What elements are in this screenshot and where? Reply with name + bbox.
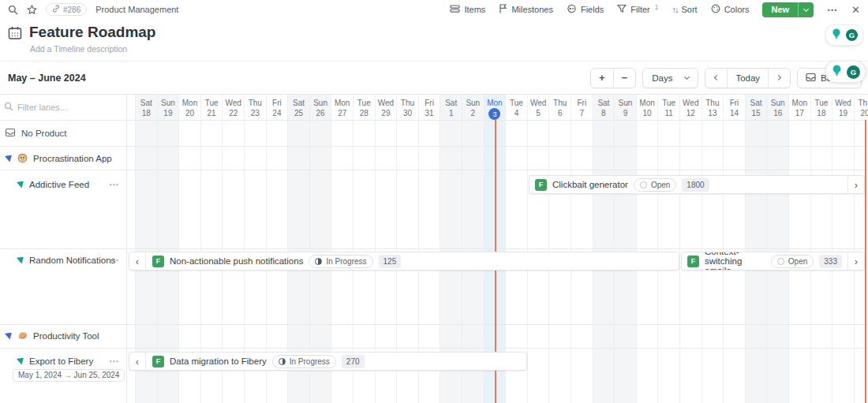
effort-badge: 1800 bbox=[682, 178, 709, 192]
bar-title: Clickbait generator bbox=[552, 180, 628, 189]
chevron-left-icon bbox=[714, 75, 720, 80]
lightbulb-icon[interactable] bbox=[831, 28, 842, 43]
prev-period-button[interactable] bbox=[705, 69, 727, 88]
timeline-controls-bar: May – June 2024 + − Days Today bbox=[0, 62, 868, 95]
workspace-name[interactable]: Product Management bbox=[95, 5, 178, 14]
zoom-group: + − bbox=[590, 68, 636, 88]
grammarly-icon[interactable]: G bbox=[846, 29, 858, 41]
scale-select-value: Days bbox=[652, 73, 672, 83]
link-icon bbox=[52, 5, 60, 14]
status-pill[interactable]: Open bbox=[771, 255, 814, 268]
today-button[interactable]: Today bbox=[727, 69, 768, 88]
flag-icon bbox=[499, 4, 507, 15]
filter-button[interactable]: Filter 1 bbox=[617, 4, 658, 15]
bars-layer: FClickbait generatorOpen1800›‹FNon-actio… bbox=[0, 95, 868, 403]
search-icon[interactable] bbox=[8, 5, 18, 15]
filter-icon bbox=[617, 4, 627, 15]
timeline-bar-context-switching-emails[interactable]: FContext-switching emailsOpen333› bbox=[681, 252, 865, 271]
bar-title: Non-actionable push notifications bbox=[170, 256, 303, 266]
feature-type-icon: F bbox=[687, 256, 699, 267]
bar-title: Context-switching emails bbox=[705, 252, 765, 271]
status-icon bbox=[315, 258, 322, 265]
items-icon bbox=[450, 4, 460, 15]
timeline-board: Sat18Sun19Mon20Tue21Wed22Thu23Fri24Sat25… bbox=[0, 95, 868, 403]
colors-button[interactable]: Colors bbox=[711, 4, 750, 15]
palette-icon bbox=[711, 4, 720, 15]
ref-number: #286 bbox=[63, 6, 80, 14]
bar-scroll-left-icon[interactable]: ‹ bbox=[129, 252, 146, 270]
filter-count-badge: 1 bbox=[655, 3, 659, 11]
title-bar: Feature Roadmap Add a Timeline descripti… bbox=[0, 19, 868, 62]
items-button[interactable]: Items bbox=[450, 4, 485, 15]
new-button-label[interactable]: New bbox=[762, 2, 798, 17]
assistant-floating-widget[interactable]: G bbox=[825, 61, 866, 83]
page-description-placeholder[interactable]: Add a Timeline description bbox=[30, 44, 127, 54]
timeline-bar-clickbait-generator[interactable]: FClickbait generatorOpen1800› bbox=[529, 175, 865, 194]
feature-type-icon: F bbox=[152, 356, 164, 368]
grammarly-icon: G bbox=[847, 65, 860, 79]
status-icon bbox=[777, 258, 784, 265]
bar-scroll-right-icon[interactable]: › bbox=[847, 252, 864, 270]
status-pill[interactable]: In Progress bbox=[309, 255, 372, 268]
chevron-right-icon bbox=[776, 75, 781, 80]
timeline-controls: + − Days Today Backlog bbox=[590, 68, 862, 88]
new-button[interactable]: New bbox=[762, 2, 814, 17]
top-bar-actions: Items Milestones Fields Filter 1 bbox=[450, 2, 860, 17]
zoom-out-button[interactable]: − bbox=[613, 69, 636, 88]
feature-type-icon: F bbox=[535, 179, 547, 191]
timeline-bar-non-actionable-push-notifications[interactable]: ‹FNon-actionable push notificationsIn Pr… bbox=[129, 252, 679, 271]
sort-icon: ↑↓ bbox=[672, 5, 677, 14]
top-bar-left: #286 Product Management bbox=[8, 3, 178, 16]
page-title[interactable]: Feature Roadmap bbox=[29, 24, 155, 41]
feature-type-icon: F bbox=[152, 256, 164, 267]
timeline-bar-data-migration-to-fibery[interactable]: ‹FData migration to FiberyIn Progress270 bbox=[129, 352, 527, 371]
zoom-in-button[interactable]: + bbox=[591, 69, 613, 88]
star-icon[interactable] bbox=[27, 5, 37, 15]
scale-select[interactable]: Days bbox=[642, 68, 698, 88]
calendar-icon bbox=[8, 26, 22, 43]
chevron-down-icon bbox=[684, 74, 690, 80]
bar-scroll-left-icon[interactable]: ‹ bbox=[129, 353, 146, 370]
bar-title: Data migration to Fibery bbox=[170, 356, 267, 366]
effort-badge: 125 bbox=[379, 255, 402, 268]
bar-scroll-right-icon[interactable]: › bbox=[847, 176, 864, 193]
fields-button[interactable]: Fields bbox=[567, 4, 604, 15]
effort-badge: 270 bbox=[342, 355, 365, 368]
next-period-button[interactable] bbox=[768, 69, 790, 88]
fibery-timeline-app: #286 Product Management Items Milestones bbox=[0, 0, 868, 403]
chevron-down-icon bbox=[803, 6, 809, 11]
status-pill[interactable]: In Progress bbox=[272, 355, 336, 368]
status-pill[interactable]: Open bbox=[634, 178, 676, 192]
milestones-button[interactable]: Milestones bbox=[499, 4, 553, 15]
backlog-icon bbox=[806, 73, 816, 84]
status-icon bbox=[279, 358, 286, 365]
close-view-button[interactable]: ✕ bbox=[851, 4, 860, 16]
visible-range-label: May – June 2024 bbox=[8, 73, 86, 84]
document-ref-badge[interactable]: #286 bbox=[46, 3, 87, 16]
browser-extension-pill: G bbox=[825, 24, 863, 46]
more-options-button[interactable]: ⋯ bbox=[827, 4, 838, 16]
fields-icon bbox=[567, 4, 577, 15]
top-bar: #286 Product Management Items Milestones bbox=[0, 0, 868, 19]
new-dropdown-button[interactable] bbox=[798, 2, 814, 17]
status-icon bbox=[640, 181, 647, 188]
lightbulb-icon bbox=[831, 64, 843, 80]
effort-badge: 333 bbox=[819, 255, 842, 268]
today-nav-group: Today bbox=[705, 68, 791, 88]
sort-button[interactable]: ↑↓ Sort bbox=[672, 5, 697, 14]
